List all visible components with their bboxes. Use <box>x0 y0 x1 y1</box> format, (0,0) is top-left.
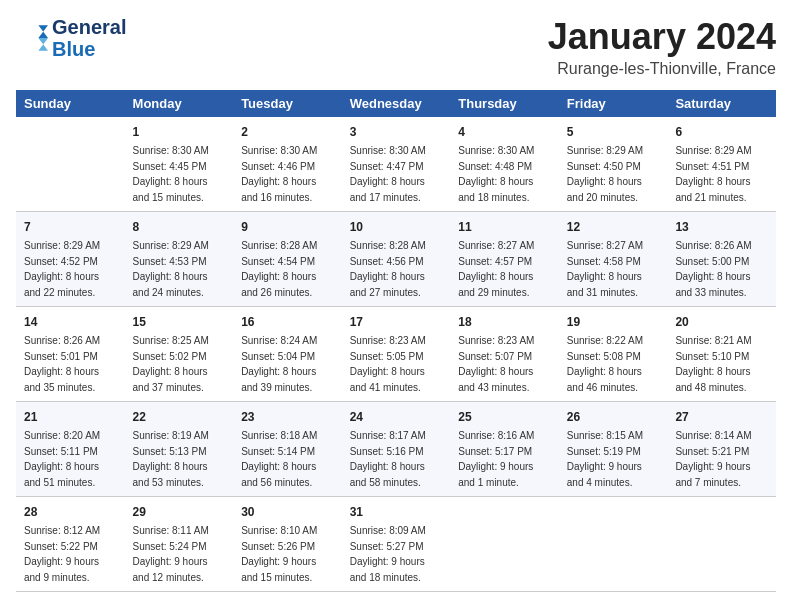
day-number: 22 <box>133 408 226 426</box>
day-info: Sunrise: 8:29 AMSunset: 4:52 PMDaylight:… <box>24 238 117 300</box>
day-number: 12 <box>567 218 660 236</box>
day-info: Sunrise: 8:14 AMSunset: 5:21 PMDaylight:… <box>675 428 768 490</box>
calendar-cell: 24Sunrise: 8:17 AMSunset: 5:16 PMDayligh… <box>342 402 451 497</box>
day-number: 16 <box>241 313 334 331</box>
calendar-cell: 15Sunrise: 8:25 AMSunset: 5:02 PMDayligh… <box>125 307 234 402</box>
day-number: 14 <box>24 313 117 331</box>
day-number: 7 <box>24 218 117 236</box>
day-number: 13 <box>675 218 768 236</box>
day-number: 5 <box>567 123 660 141</box>
calendar-cell: 5Sunrise: 8:29 AMSunset: 4:50 PMDaylight… <box>559 117 668 212</box>
day-info: Sunrise: 8:30 AMSunset: 4:45 PMDaylight:… <box>133 143 226 205</box>
day-number: 31 <box>350 503 443 521</box>
title-block: January 2024 Rurange-les-Thionville, Fra… <box>548 16 776 78</box>
month-title: January 2024 <box>548 16 776 58</box>
calendar-cell: 22Sunrise: 8:19 AMSunset: 5:13 PMDayligh… <box>125 402 234 497</box>
day-number: 27 <box>675 408 768 426</box>
header-thursday: Thursday <box>450 90 559 117</box>
calendar-cell <box>450 497 559 592</box>
day-info: Sunrise: 8:12 AMSunset: 5:22 PMDaylight:… <box>24 523 117 585</box>
calendar-cell: 12Sunrise: 8:27 AMSunset: 4:58 PMDayligh… <box>559 212 668 307</box>
day-number: 25 <box>458 408 551 426</box>
calendar-cell <box>559 497 668 592</box>
day-number: 30 <box>241 503 334 521</box>
day-info: Sunrise: 8:26 AMSunset: 5:01 PMDaylight:… <box>24 333 117 395</box>
logo-icon <box>16 22 48 54</box>
location: Rurange-les-Thionville, France <box>548 60 776 78</box>
calendar-cell: 16Sunrise: 8:24 AMSunset: 5:04 PMDayligh… <box>233 307 342 402</box>
calendar-cell: 27Sunrise: 8:14 AMSunset: 5:21 PMDayligh… <box>667 402 776 497</box>
day-number: 1 <box>133 123 226 141</box>
calendar-header-row: SundayMondayTuesdayWednesdayThursdayFrid… <box>16 90 776 117</box>
day-number: 26 <box>567 408 660 426</box>
header-friday: Friday <box>559 90 668 117</box>
page-header: General Blue January 2024 Rurange-les-Th… <box>16 16 776 78</box>
day-info: Sunrise: 8:28 AMSunset: 4:54 PMDaylight:… <box>241 238 334 300</box>
calendar-cell: 4Sunrise: 8:30 AMSunset: 4:48 PMDaylight… <box>450 117 559 212</box>
calendar-cell: 20Sunrise: 8:21 AMSunset: 5:10 PMDayligh… <box>667 307 776 402</box>
calendar-cell: 25Sunrise: 8:16 AMSunset: 5:17 PMDayligh… <box>450 402 559 497</box>
week-row-5: 28Sunrise: 8:12 AMSunset: 5:22 PMDayligh… <box>16 497 776 592</box>
calendar-cell: 31Sunrise: 8:09 AMSunset: 5:27 PMDayligh… <box>342 497 451 592</box>
day-info: Sunrise: 8:19 AMSunset: 5:13 PMDaylight:… <box>133 428 226 490</box>
calendar-cell: 2Sunrise: 8:30 AMSunset: 4:46 PMDaylight… <box>233 117 342 212</box>
day-number: 3 <box>350 123 443 141</box>
day-info: Sunrise: 8:29 AMSunset: 4:51 PMDaylight:… <box>675 143 768 205</box>
calendar-cell: 21Sunrise: 8:20 AMSunset: 5:11 PMDayligh… <box>16 402 125 497</box>
calendar-cell: 29Sunrise: 8:11 AMSunset: 5:24 PMDayligh… <box>125 497 234 592</box>
header-saturday: Saturday <box>667 90 776 117</box>
day-number: 11 <box>458 218 551 236</box>
calendar-cell: 1Sunrise: 8:30 AMSunset: 4:45 PMDaylight… <box>125 117 234 212</box>
calendar-cell: 18Sunrise: 8:23 AMSunset: 5:07 PMDayligh… <box>450 307 559 402</box>
day-info: Sunrise: 8:18 AMSunset: 5:14 PMDaylight:… <box>241 428 334 490</box>
svg-marker-1 <box>38 38 48 51</box>
day-number: 20 <box>675 313 768 331</box>
day-number: 9 <box>241 218 334 236</box>
day-info: Sunrise: 8:11 AMSunset: 5:24 PMDaylight:… <box>133 523 226 585</box>
day-info: Sunrise: 8:30 AMSunset: 4:46 PMDaylight:… <box>241 143 334 205</box>
day-info: Sunrise: 8:25 AMSunset: 5:02 PMDaylight:… <box>133 333 226 395</box>
week-row-1: 1Sunrise: 8:30 AMSunset: 4:45 PMDaylight… <box>16 117 776 212</box>
day-info: Sunrise: 8:30 AMSunset: 4:47 PMDaylight:… <box>350 143 443 205</box>
calendar-cell: 26Sunrise: 8:15 AMSunset: 5:19 PMDayligh… <box>559 402 668 497</box>
calendar-cell <box>16 117 125 212</box>
calendar-cell: 8Sunrise: 8:29 AMSunset: 4:53 PMDaylight… <box>125 212 234 307</box>
day-number: 18 <box>458 313 551 331</box>
day-info: Sunrise: 8:26 AMSunset: 5:00 PMDaylight:… <box>675 238 768 300</box>
day-info: Sunrise: 8:29 AMSunset: 4:53 PMDaylight:… <box>133 238 226 300</box>
day-number: 24 <box>350 408 443 426</box>
week-row-2: 7Sunrise: 8:29 AMSunset: 4:52 PMDaylight… <box>16 212 776 307</box>
day-number: 8 <box>133 218 226 236</box>
day-info: Sunrise: 8:17 AMSunset: 5:16 PMDaylight:… <box>350 428 443 490</box>
day-number: 19 <box>567 313 660 331</box>
header-wednesday: Wednesday <box>342 90 451 117</box>
calendar-cell: 9Sunrise: 8:28 AMSunset: 4:54 PMDaylight… <box>233 212 342 307</box>
day-number: 15 <box>133 313 226 331</box>
day-info: Sunrise: 8:27 AMSunset: 4:57 PMDaylight:… <box>458 238 551 300</box>
day-number: 6 <box>675 123 768 141</box>
calendar-cell <box>667 497 776 592</box>
day-number: 17 <box>350 313 443 331</box>
day-number: 28 <box>24 503 117 521</box>
day-number: 21 <box>24 408 117 426</box>
calendar-cell: 28Sunrise: 8:12 AMSunset: 5:22 PMDayligh… <box>16 497 125 592</box>
calendar-cell: 17Sunrise: 8:23 AMSunset: 5:05 PMDayligh… <box>342 307 451 402</box>
day-info: Sunrise: 8:30 AMSunset: 4:48 PMDaylight:… <box>458 143 551 205</box>
day-info: Sunrise: 8:23 AMSunset: 5:05 PMDaylight:… <box>350 333 443 395</box>
day-info: Sunrise: 8:28 AMSunset: 4:56 PMDaylight:… <box>350 238 443 300</box>
day-number: 10 <box>350 218 443 236</box>
svg-marker-0 <box>38 25 48 38</box>
week-row-4: 21Sunrise: 8:20 AMSunset: 5:11 PMDayligh… <box>16 402 776 497</box>
day-number: 4 <box>458 123 551 141</box>
day-number: 23 <box>241 408 334 426</box>
day-info: Sunrise: 8:22 AMSunset: 5:08 PMDaylight:… <box>567 333 660 395</box>
header-tuesday: Tuesday <box>233 90 342 117</box>
calendar-cell: 23Sunrise: 8:18 AMSunset: 5:14 PMDayligh… <box>233 402 342 497</box>
day-info: Sunrise: 8:20 AMSunset: 5:11 PMDaylight:… <box>24 428 117 490</box>
day-info: Sunrise: 8:10 AMSunset: 5:26 PMDaylight:… <box>241 523 334 585</box>
calendar-cell: 13Sunrise: 8:26 AMSunset: 5:00 PMDayligh… <box>667 212 776 307</box>
calendar-cell: 6Sunrise: 8:29 AMSunset: 4:51 PMDaylight… <box>667 117 776 212</box>
day-number: 2 <box>241 123 334 141</box>
calendar-cell: 7Sunrise: 8:29 AMSunset: 4:52 PMDaylight… <box>16 212 125 307</box>
header-sunday: Sunday <box>16 90 125 117</box>
